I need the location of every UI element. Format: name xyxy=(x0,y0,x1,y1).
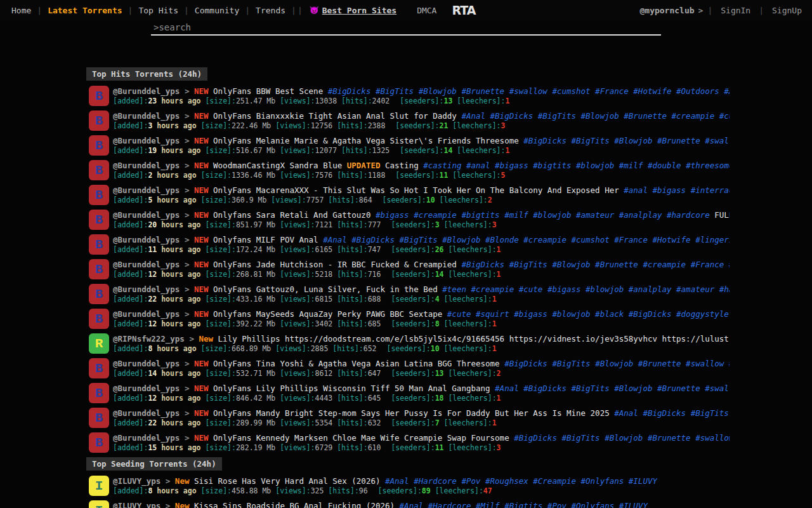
torrent-tags[interactable]: #teen #creampie #cute #bigass #blowjob #… xyxy=(442,284,730,294)
torrent-tags[interactable]: #casting #anal #bigass #bigtits #blowjob… xyxy=(423,161,730,170)
new-badge: New xyxy=(199,334,213,344)
torrent-title[interactable]: Onlyfans MaySeeds AquaZay Perky PAWG BBC… xyxy=(213,309,442,319)
torrent-title[interactable]: OnlyFans Tina Yoshi & Agatha Vega Asian … xyxy=(213,359,500,368)
seeders-label: [seeders]: xyxy=(391,394,435,403)
torrent-title[interactable]: OnlyFans MacarenaXXX - This Slut Was So … xyxy=(213,185,619,195)
torrent-tags[interactable]: #BigDicks #BigTits #Blowjob #Brunette #s… xyxy=(523,136,730,145)
uploader-avatar[interactable]: B xyxy=(89,160,109,180)
uploader-avatar[interactable]: B xyxy=(89,135,109,156)
torrent-tags[interactable]: #Anal #BigDicks #BigTits #Blowjob #Blond… xyxy=(323,235,730,244)
uploader-name[interactable]: @Burunddel_yps xyxy=(113,111,180,121)
torrent-title[interactable]: OnlyFans Mandy Bright Step-mom Says Her … xyxy=(213,408,610,418)
uploader-name[interactable]: @Burunddel_yps xyxy=(113,86,180,96)
uploader-avatar[interactable]: I xyxy=(89,500,109,508)
torrent-title[interactable]: OnlyFans Gattouz0, Luna Silver, Fuck in … xyxy=(213,284,438,294)
uploader-avatar[interactable]: B xyxy=(89,309,109,329)
uploader-name[interactable]: @Burunddel_yps xyxy=(113,384,180,393)
uploader-name[interactable]: @Burunddel_yps xyxy=(113,408,180,418)
uploader-avatar[interactable]: I xyxy=(89,476,109,496)
nav-dmca[interactable]: DMCA xyxy=(412,6,442,15)
size-value: 516.67 Mb xyxy=(236,146,275,155)
uploader-avatar[interactable]: B xyxy=(89,432,109,453)
promo-link[interactable]: 😈 Best Porn Sites xyxy=(310,6,396,15)
uploader-avatar[interactable]: B xyxy=(89,383,109,403)
uploader-avatar[interactable]: B xyxy=(89,210,109,230)
uploader-name[interactable]: @ILUVY_yps xyxy=(113,501,160,508)
torrent-tags[interactable]: #Anal #Hardcore #Milf #Bigtits #Pov #Onl… xyxy=(400,501,648,508)
uploader-avatar[interactable]: B xyxy=(89,408,109,428)
torrent-tags[interactable]: #BigDicks #BigTits #Blowjob #Brunette #c… xyxy=(461,260,730,269)
uploader-name[interactable]: @Burunddel_yps xyxy=(113,359,180,368)
leechers-label: [leechers]: xyxy=(448,245,496,254)
torrent-tags[interactable]: #Anal #BigDicks #BigTits … xyxy=(614,408,730,418)
uploader-name[interactable]: @Burunddel_yps xyxy=(113,185,180,195)
uploader-name[interactable]: @Burunddel_yps xyxy=(113,433,180,443)
torrent-title[interactable]: OnlyFans BBW Best Scene xyxy=(213,86,323,96)
torrent-title[interactable]: Kissa Sins Roadside BG Anal Fucking (202… xyxy=(194,501,395,508)
uploader-avatar[interactable]: R xyxy=(89,333,109,354)
search-input[interactable] xyxy=(151,21,661,36)
nav-top-hits[interactable]: Top Hits xyxy=(133,6,183,15)
torrent-title[interactable]: Onlyfans MILF POV Anal xyxy=(213,235,318,244)
torrent-tags[interactable]: #BigDicks #BigTits #Blowjob #Brunette #s… xyxy=(504,359,730,368)
nav-trends[interactable]: Trends xyxy=(251,6,291,15)
torrent-tags[interactable]: #anal #bigass #interrac… xyxy=(624,185,730,195)
uploader-avatar[interactable]: B xyxy=(89,185,109,205)
account-handle[interactable]: @mypornclub> xyxy=(639,6,703,15)
uploader-name[interactable]: @RIPNsfw222_yps xyxy=(113,334,185,344)
torrent-title[interactable]: OnlyFans Melanie Marie & Agatha Vega Sis… xyxy=(213,136,519,145)
signup-link[interactable]: SignUp xyxy=(768,6,806,15)
torrent-tags[interactable]: #cute #squirt #bigass #blowjob #black #B… xyxy=(447,309,730,319)
nav-community[interactable]: Community xyxy=(190,6,244,15)
seeders-value: 14 xyxy=(443,146,452,155)
torrent-title[interactable]: Casting xyxy=(385,161,419,170)
leechers-value: 1 xyxy=(497,270,501,279)
torrent-title[interactable]: OnlyFans Bianxxxkie Tight Asian Anal Slu… xyxy=(213,111,457,121)
torrent-title-line: @RIPNsfw222_yps > New Lily Phillips http… xyxy=(113,333,730,344)
torrent-title[interactable]: OnlyFans Kennedy Marksen Chloe Mae Wife … xyxy=(213,433,509,443)
leechers-value: 3 xyxy=(492,220,497,229)
nav-home[interactable]: Home xyxy=(6,6,36,15)
uploader-avatar[interactable]: B xyxy=(89,259,109,279)
hits-label: [hits]: xyxy=(332,344,363,353)
torrent-title[interactable]: WoodmanCastingX Sandra Blue xyxy=(213,161,342,170)
added-unit: hours ago xyxy=(161,245,200,254)
seeders-label: [seeders]: xyxy=(391,220,435,229)
hits-value: 1188 xyxy=(368,171,386,180)
torrent-title[interactable]: OnlyFans Lily Phillips Wisconsin Tiff 50… xyxy=(213,384,490,393)
leechers-label: [leechers]: xyxy=(448,443,496,452)
uploader-avatar[interactable]: B xyxy=(89,284,109,304)
uploader-name[interactable]: @Burunddel_yps xyxy=(113,309,180,319)
torrent-title[interactable]: Lily Phillips https://doodstream.com/e/l… xyxy=(218,334,730,344)
torrent-tags[interactable]: #Anal #Hardcore #Pov #Roughsex #Creampie… xyxy=(385,476,657,486)
new-badge: NEW xyxy=(194,111,209,121)
nav-latest-torrents[interactable]: Latest Torrents xyxy=(43,6,127,15)
torrent-tags[interactable]: #BigDicks #BigTits #Blowjob #Brunette #s… xyxy=(328,86,730,96)
uploader-avatar[interactable]: B xyxy=(89,110,109,131)
uploader-name[interactable]: @Burunddel_yps xyxy=(113,136,180,145)
uploader-avatar[interactable]: B xyxy=(89,234,109,255)
uploader-avatar[interactable]: B xyxy=(89,86,109,106)
updated-badge[interactable]: UPDATED xyxy=(347,161,381,170)
torrent-tags[interactable]: #bigass #creampie #bigtits #milf #blowjo… xyxy=(376,210,710,220)
torrent-tags[interactable]: #Anal #BigDicks #BigTits #Blowjob #Brune… xyxy=(461,111,730,121)
uploader-name[interactable]: @ILUVY_yps xyxy=(113,476,160,486)
seeders-label: [seeders]: xyxy=(386,344,430,353)
torrent-title[interactable]: OnlyFans Jade Hutchison - IR BBC Fucked … xyxy=(213,260,457,269)
uploader-name[interactable]: @Burunddel_yps xyxy=(113,235,180,244)
uploader-name[interactable]: @Burunddel_yps xyxy=(113,260,180,269)
torrent-tags[interactable]: #BigDicks #BigTits #Blowjob #Brunette #s… xyxy=(514,433,730,443)
uploader-avatar[interactable]: B xyxy=(89,358,109,378)
added-label: [added]: xyxy=(113,270,148,279)
uploader-name[interactable]: @Burunddel_yps xyxy=(113,284,180,294)
added-label: [added]: xyxy=(113,344,148,353)
added-label: [added]: xyxy=(113,369,148,378)
torrent-title[interactable]: Onlyfans Sara Retali And Gattouz0 xyxy=(213,210,370,220)
signin-link[interactable]: SignIn xyxy=(717,6,754,15)
torrent-title[interactable]: Sisi Rose Has Very Hard Anal Sex (2026) xyxy=(194,476,381,486)
torrent-tags[interactable]: #Anal #BigDicks #BigTits #Blowjob #Brune… xyxy=(495,384,730,393)
torrent-title[interactable]: FULL… xyxy=(714,210,730,220)
uploader-name[interactable]: @Burunddel_yps xyxy=(113,210,180,220)
uploader-name[interactable]: @Burunddel_yps xyxy=(113,161,180,170)
size-value: 222.46 Mb xyxy=(232,121,271,130)
